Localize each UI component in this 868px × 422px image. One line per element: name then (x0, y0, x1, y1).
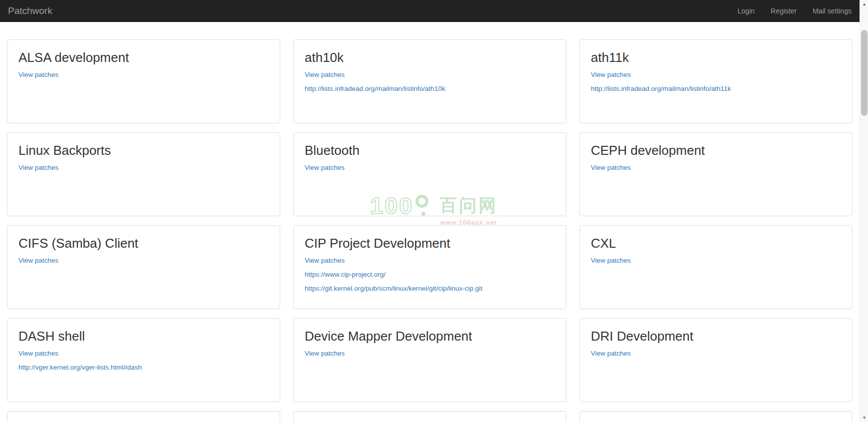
project-title: Linux Backports (18, 143, 269, 158)
project-title: CIFS (Samba) Client (18, 236, 269, 251)
view-patches-link[interactable]: View patches (305, 257, 345, 264)
project-url-link[interactable]: http://lists.infradead.org/mailman/listi… (591, 85, 731, 92)
register-link[interactable]: Register (771, 7, 797, 15)
view-patches-link[interactable]: View patches (18, 257, 58, 264)
view-patches-link[interactable]: View patches (591, 164, 631, 171)
project-card: Device Mapper Development View patches (293, 318, 566, 402)
view-patches-link[interactable]: View patches (18, 71, 58, 78)
project-url-link[interactable]: http://vger.kernel.org/vger-lists.html#d… (18, 364, 142, 371)
view-patches-link[interactable]: View patches (305, 71, 345, 78)
project-title: DRI Development (591, 329, 841, 344)
project-card: ALSA development View patches (7, 39, 280, 123)
scroll-down-icon[interactable]: ▼ (860, 414, 868, 422)
project-card: ath11k View patches http://lists.infrade… (579, 39, 853, 123)
project-card: Bluetooth View patches (293, 132, 566, 216)
project-title: CIP Project Development (305, 236, 555, 251)
project-title: ath11k (591, 50, 841, 65)
project-card-partial (7, 411, 280, 422)
project-card: Linux Backports View patches (7, 132, 280, 216)
project-card-partial (579, 411, 853, 422)
scrollbar-thumb[interactable] (861, 30, 868, 116)
project-url-link[interactable]: https://git.kernel.org/pub/scm/linux/ker… (305, 285, 482, 292)
vertical-scrollbar[interactable]: ▲ ▼ (860, 0, 868, 422)
scroll-up-icon[interactable]: ▲ (860, 0, 868, 8)
main-content: ALSA development View patches ath10k Vie… (7, 39, 853, 422)
mail-settings-link[interactable]: Mail settings (813, 7, 852, 15)
view-patches-link[interactable]: View patches (18, 350, 58, 357)
navbar: Patchwork Login Register Mail settings (0, 0, 860, 22)
view-patches-link[interactable]: View patches (591, 257, 631, 264)
project-card: CIP Project Development View patches htt… (293, 225, 566, 309)
project-title: ALSA development (18, 50, 269, 65)
project-card: CEPH development View patches (579, 132, 853, 216)
project-card: ath10k View patches http://lists.infrade… (293, 39, 566, 123)
project-title: DASH shell (18, 329, 269, 344)
navbar-links: Login Register Mail settings (738, 7, 852, 15)
project-card: CIFS (Samba) Client View patches (7, 225, 280, 309)
project-title: ath10k (305, 50, 555, 65)
project-card: DASH shell View patches http://vger.kern… (7, 318, 280, 402)
project-url-link[interactable]: http://lists.infradead.org/mailman/listi… (305, 85, 445, 92)
project-title: CEPH development (591, 143, 841, 158)
project-card-partial (293, 411, 566, 422)
view-patches-link[interactable]: View patches (305, 350, 345, 357)
view-patches-link[interactable]: View patches (18, 164, 58, 171)
brand-link[interactable]: Patchwork (8, 5, 52, 16)
view-patches-link[interactable]: View patches (591, 71, 631, 78)
project-title: CXL (591, 236, 841, 251)
project-card: CXL View patches (579, 225, 853, 309)
project-title: Bluetooth (305, 143, 555, 158)
project-title: Device Mapper Development (305, 329, 555, 344)
project-url-link[interactable]: https://www.cip-project.org/ (305, 271, 386, 278)
project-card: DRI Development View patches (579, 318, 853, 402)
view-patches-link[interactable]: View patches (591, 350, 631, 357)
projects-grid: ALSA development View patches ath10k Vie… (7, 39, 853, 422)
view-patches-link[interactable]: View patches (305, 164, 345, 171)
login-link[interactable]: Login (738, 7, 755, 15)
